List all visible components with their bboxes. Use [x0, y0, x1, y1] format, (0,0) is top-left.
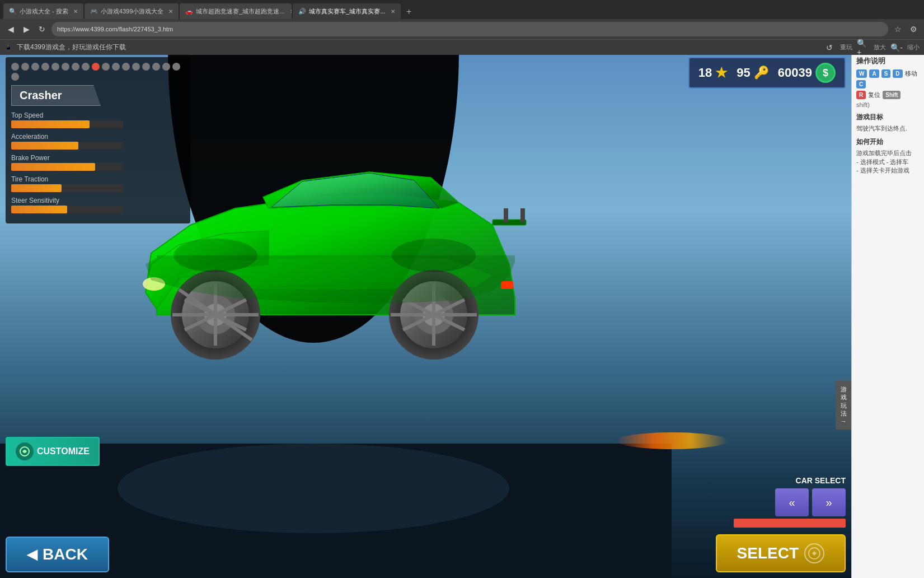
back-nav-button[interactable]: ◀	[4, 23, 17, 35]
goal-title: 游戏目标	[856, 113, 920, 122]
dot-17[interactable]	[172, 63, 180, 71]
dot-10[interactable]	[102, 63, 110, 71]
dot-16[interactable]	[162, 63, 170, 71]
browser-chrome: 🔍 小游戏大全 - 搜索 ✕ 🎮 小游戏4399小游戏大全 ✕ 🚗 城市超跑竞速…	[0, 0, 924, 52]
forward-nav-button[interactable]: ▶	[20, 23, 32, 35]
key-s: S	[881, 69, 891, 78]
left-stats-panel: Crasher Top Speed Acceleration Brake Pow…	[6, 57, 190, 223]
dot-9-active[interactable]	[92, 63, 100, 71]
car-selector-dots	[11, 63, 185, 81]
select-svg	[808, 547, 820, 560]
svg-point-25	[173, 239, 257, 272]
car-progress-bar	[734, 519, 846, 528]
star-icon: ★	[715, 65, 728, 81]
tab-label: 小游戏4399小游戏大全	[101, 7, 163, 16]
reset-action: 复位	[868, 91, 880, 99]
customize-button[interactable]: CUSTOMIZE	[6, 437, 100, 466]
new-tab-button[interactable]: +	[402, 4, 416, 19]
reset-keys: R 复位 Shift	[856, 91, 920, 99]
next-car-button[interactable]: »	[812, 488, 846, 516]
dot-8[interactable]	[82, 63, 90, 71]
key-r: R	[856, 91, 866, 99]
stat-brake-power: Brake Power	[11, 154, 185, 171]
stat-bar-fill-acceleration	[11, 142, 78, 150]
money-value: 60039	[778, 66, 812, 80]
dot-1[interactable]	[11, 63, 19, 71]
tab-label: 小游戏大全 - 搜索	[20, 7, 68, 16]
svg-point-26	[392, 239, 476, 272]
select-button[interactable]: SELECT	[716, 534, 846, 572]
zoom-in-button[interactable]: 🔍+	[857, 41, 869, 54]
tab-close[interactable]: ✕	[391, 8, 395, 15]
stat-bar-bg-brake-power	[11, 163, 123, 171]
movement-keys: W A S D 移动 C	[856, 69, 920, 88]
reload-button[interactable]: ↺	[823, 41, 836, 54]
stat-label-tire-traction: Tire Traction	[11, 175, 185, 183]
stat-acceleration: Acceleration	[11, 133, 185, 150]
dollar-icon: $	[815, 63, 836, 83]
tab-race2[interactable]: 🔊 城市真实赛车_城市真实赛... ✕	[293, 3, 400, 19]
tab-icon: 🔊	[298, 8, 306, 15]
dot-11[interactable]	[112, 63, 120, 71]
stat-label-acceleration: Acceleration	[11, 133, 185, 141]
stat-bar-fill-tire-traction	[11, 184, 62, 192]
dot-18[interactable]	[11, 73, 19, 81]
stat-steer-sensitivity: Steer Sensitivity	[11, 197, 185, 213]
dot-3[interactable]	[31, 63, 39, 71]
zoom-out-button[interactable]: 🔍-	[890, 41, 903, 54]
refresh-button[interactable]: ↻	[36, 23, 48, 35]
tab-close[interactable]: ✕	[168, 8, 173, 15]
stat-bar-bg-acceleration	[11, 142, 123, 150]
customize-icon	[16, 442, 34, 460]
dot-15[interactable]	[152, 63, 160, 71]
dot-5[interactable]	[51, 63, 59, 71]
dot-7[interactable]	[72, 63, 79, 71]
stat-label-brake-power: Brake Power	[11, 154, 185, 162]
dot-14[interactable]	[142, 63, 150, 71]
address-bar[interactable]: https://www.4399.com/flash/227453_3.htm	[51, 22, 888, 36]
car-select-buttons: « »	[734, 488, 846, 516]
hud-stars: 18 ★	[698, 65, 728, 81]
stat-bar-bg-top-speed	[11, 120, 123, 128]
tab-icon: 🚗	[185, 8, 193, 15]
keys-value: 95	[737, 66, 750, 80]
back-button[interactable]: ◀ BACK	[6, 537, 109, 572]
dot-4[interactable]	[41, 63, 49, 71]
hud-keys: 95 🔑	[737, 66, 768, 80]
prev-car-button[interactable]: «	[775, 488, 809, 516]
tab-search[interactable]: 🔍 小游戏大全 - 搜索 ✕	[3, 3, 83, 19]
tab-label: 城市真实赛车_城市真实赛...	[309, 7, 385, 16]
settings-button[interactable]: ⚙	[907, 23, 920, 35]
reload-label: 重玩	[840, 43, 852, 52]
tab-race1[interactable]: 🚗 城市超跑竞速赛_城市超跑竞速... ✕	[180, 3, 292, 19]
customize-svg	[19, 446, 30, 457]
hud-money: 60039 $	[778, 63, 836, 83]
bookmark-button[interactable]: ☆	[892, 23, 904, 35]
key-a: A	[869, 69, 879, 78]
key-shift: Shift	[883, 91, 900, 99]
back-arrow-icon: ◀	[27, 547, 37, 562]
tab-bar: 🔍 小游戏大全 - 搜索 ✕ 🎮 小游戏4399小游戏大全 ✕ 🚗 城市超跑竞速…	[0, 0, 924, 19]
phone-icon: 📱	[4, 44, 12, 51]
svg-rect-5	[520, 208, 525, 222]
key-w: W	[856, 69, 867, 78]
key-icon: 🔑	[754, 66, 769, 80]
tab-close[interactable]: ✕	[73, 8, 78, 15]
right-panel-title: 操作说明	[856, 56, 920, 66]
key-d: D	[893, 69, 902, 78]
svg-rect-4	[504, 208, 508, 222]
dot-13[interactable]	[132, 63, 140, 71]
tab-close[interactable]: ✕	[290, 8, 292, 15]
game-area: Crasher Top Speed Acceleration Brake Pow…	[0, 52, 851, 578]
dot-6[interactable]	[62, 63, 69, 71]
dot-12[interactable]	[122, 63, 130, 71]
car-select-area: CAR SELECT « »	[734, 476, 846, 528]
stat-bar-bg-tire-traction	[11, 184, 123, 192]
how-to-text: 游戏加载完毕后点击 - 选择模式 - 选择车 - 选择关卡开始游戏	[856, 149, 920, 175]
top-bar: 📱 下载4399游戏盒，好玩游戏任你下载 ↺ 重玩 🔍+ 放大 🔍- 缩小	[0, 39, 924, 55]
stat-bar-bg-steer-sensitivity	[11, 206, 123, 213]
stat-tire-traction: Tire Traction	[11, 175, 185, 192]
dot-2[interactable]	[21, 63, 29, 71]
tab-games[interactable]: 🎮 小游戏4399小游戏大全 ✕	[85, 3, 179, 19]
stars-value: 18	[698, 66, 712, 80]
